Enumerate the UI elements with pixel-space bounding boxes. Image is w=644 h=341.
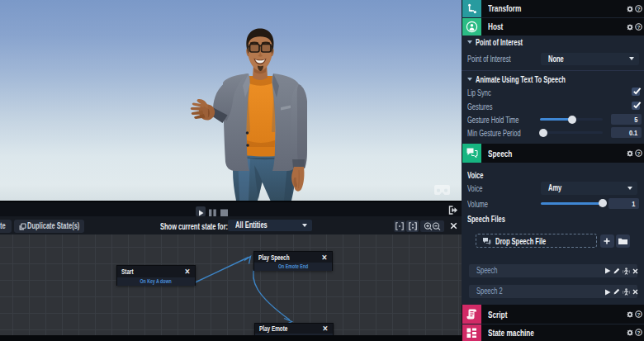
svg-text:?: ? — [637, 330, 641, 335]
svg-text:?: ? — [637, 312, 641, 317]
svg-text:?: ? — [637, 25, 641, 30]
svg-text:?: ? — [637, 7, 641, 12]
svg-text:?: ? — [637, 151, 641, 156]
